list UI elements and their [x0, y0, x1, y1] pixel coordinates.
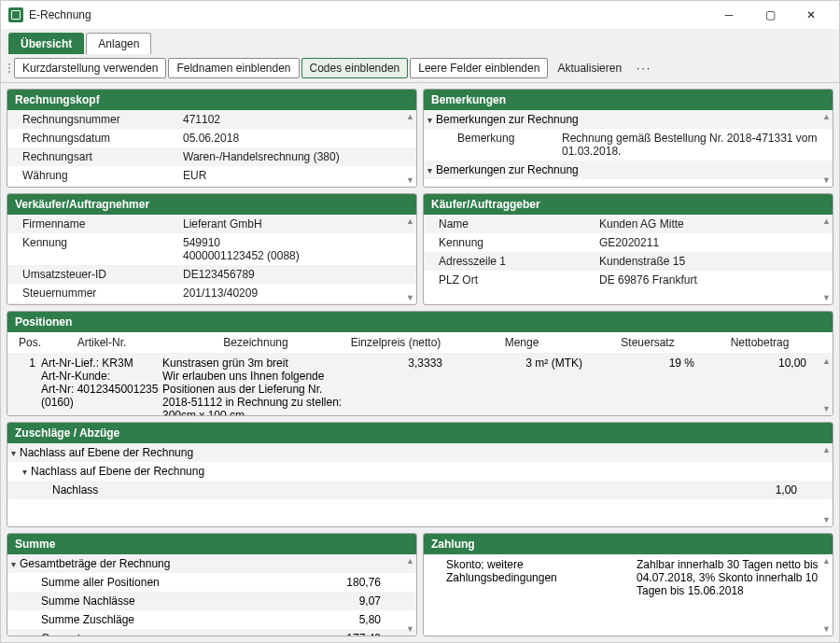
scroll-up-icon[interactable]: ▲: [822, 556, 831, 566]
label: Summe Zuschläge: [15, 613, 258, 626]
value: EUR: [183, 169, 409, 182]
scroll-up-icon[interactable]: ▲: [822, 356, 831, 366]
toolbar-grip-icon: [8, 63, 10, 73]
panel-header: Rechnungskopf: [7, 90, 416, 110]
value: 5,80: [258, 613, 409, 626]
scroll-up-icon[interactable]: ▲: [822, 112, 831, 121]
tab-overview[interactable]: Übersicht: [8, 33, 84, 54]
label: Summe aller Positionen: [15, 576, 258, 589]
tab-attachments[interactable]: Anlagen: [86, 33, 151, 54]
label: Kennung: [431, 236, 599, 249]
tool-show-codes[interactable]: Codes einblenden: [301, 58, 409, 78]
value: 177,49: [258, 632, 409, 636]
label: Kennung: [15, 236, 183, 262]
value: 471102: [183, 113, 409, 126]
group-label: Nachlass auf Ebene der Rechnung: [20, 446, 193, 459]
label: Nachlass: [15, 483, 258, 496]
close-button[interactable]: ✕: [791, 2, 832, 28]
label: Adresszeile 1: [431, 255, 599, 268]
label: Gesamtsumme: [15, 632, 258, 636]
chevron-down-icon: ▾: [11, 448, 16, 458]
toolbar-overflow-icon[interactable]: ···: [631, 62, 657, 75]
scroll-down-icon[interactable]: ▼: [822, 515, 831, 524]
label: Umsatzsteuer-ID: [15, 268, 183, 281]
panel-zuschlaege: Zuschläge / Abzüge ▾Nachlass auf Ebene d…: [7, 422, 833, 527]
positions-header: Pos. Artikel-Nr. Bezeichnung Einzelpreis…: [7, 332, 833, 353]
tool-show-empty[interactable]: Leere Felder einblenden: [410, 58, 548, 78]
window-titlebar: E-Rechnung ─ ▢ ✕: [1, 1, 839, 29]
col-steuersatz: Steuersatz: [601, 336, 713, 349]
scroll-down-icon[interactable]: ▼: [822, 404, 831, 413]
value: GE2020211: [599, 236, 825, 249]
label: Summe Nachlässe: [15, 594, 258, 608]
scroll-down-icon[interactable]: ▼: [822, 624, 831, 634]
label: Firmenname: [15, 217, 183, 231]
value: Waren-/Handelsrechnung (380): [183, 150, 409, 163]
tool-refresh[interactable]: Aktualisieren: [550, 59, 629, 77]
label: Bemerkung: [431, 132, 562, 158]
panel-zahlung: Zahlung Skonto; weitere Zahlungsbedingun…: [423, 533, 833, 636]
cell-bezeichnung: Kunstrasen grün 3m breit Wir erlauben un…: [162, 356, 349, 415]
group-bemerkungen[interactable]: ▾Bemerkungen zur Rechnung: [424, 110, 833, 129]
cell-pos: 1: [15, 356, 41, 370]
value: DE 69876 Frankfurt: [599, 273, 825, 287]
panel-positionen: Positionen Pos. Artikel-Nr. Bezeichnung …: [7, 311, 833, 416]
scroll-down-icon[interactable]: ▼: [822, 293, 831, 302]
scroll-down-icon[interactable]: ▼: [822, 175, 831, 185]
label: PLZ Ort: [431, 273, 599, 287]
col-artikel: Artikel-Nr.: [41, 336, 162, 349]
col-nettobetrag: Nettobetrag: [713, 336, 825, 349]
subgroup-nachlass[interactable]: ▾Nachlass auf Ebene der Rechnung: [7, 462, 833, 481]
panel-header: Verkäufer/Auftragnehmer: [7, 194, 416, 215]
cell-steuersatz: 19 %: [601, 356, 713, 370]
group-nachlass[interactable]: ▾Nachlass auf Ebene der Rechnung: [7, 443, 833, 462]
position-row[interactable]: 1 Art-Nr-Lief.: KR3M Art-Nr-Kunde: Art-N…: [7, 353, 833, 415]
panel-header: Bemerkungen: [424, 90, 833, 110]
value: 180,76: [258, 576, 409, 589]
label: Steuernummer: [15, 287, 183, 300]
main-tabs: Übersicht Anlagen: [1, 29, 839, 54]
panel-bemerkungen: Bemerkungen ▾Bemerkungen zur Rechnung Be…: [423, 89, 833, 188]
tool-short-view[interactable]: Kurzdarstellung verwenden: [14, 58, 166, 78]
panel-header: Zuschläge / Abzüge: [7, 423, 833, 443]
group-label: Bemerkungen zur Rechnung: [436, 163, 579, 176]
panel-kaeufer: Käufer/Auftraggeber NameKunden AG Mitte …: [423, 193, 833, 305]
col-pos: Pos.: [15, 336, 41, 349]
group-label: Gesamtbeträge der Rechnung: [20, 557, 170, 570]
label: Rechnungsnummer: [15, 113, 183, 126]
value: DE123456789: [183, 268, 409, 281]
scroll-down-icon[interactable]: ▼: [406, 293, 414, 302]
scroll-up-icon[interactable]: ▲: [822, 217, 831, 226]
value: Kundenstraße 15: [599, 255, 825, 268]
scroll-down-icon[interactable]: ▼: [406, 175, 414, 185]
scroll-up-icon[interactable]: ▲: [406, 556, 414, 566]
chevron-down-icon: ▾: [11, 559, 16, 569]
col-menge: Menge: [461, 336, 601, 349]
group-label: Bemerkungen zur Rechnung: [436, 113, 579, 126]
scroll-up-icon[interactable]: ▲: [822, 445, 831, 454]
maximize-button[interactable]: ▢: [749, 2, 791, 28]
app-icon: [8, 7, 23, 22]
group-gesamtbetraege[interactable]: ▾Gesamtbeträge der Rechnung: [7, 554, 416, 573]
label: Name: [431, 217, 599, 231]
value: 1,00: [258, 483, 825, 496]
panel-header: Käufer/Auftraggeber: [424, 194, 833, 215]
group-label: Nachlass auf Ebene der Rechnung: [31, 465, 204, 478]
panel-header: Summe: [7, 534, 416, 554]
value: 201/113/40209: [183, 287, 409, 300]
col-bezeichnung: Bezeichnung: [162, 336, 349, 349]
cell-menge: 3 m² (MTK): [461, 356, 601, 370]
panel-summe: Summe ▾Gesamtbeträge der Rechnung Summe …: [7, 533, 417, 636]
minimize-button[interactable]: ─: [708, 2, 749, 28]
scroll-down-icon[interactable]: ▼: [406, 624, 414, 634]
scroll-up-icon[interactable]: ▲: [406, 217, 414, 226]
value: Zahlbar innerhalb 30 Tagen netto bis 04.…: [637, 558, 825, 597]
label: Rechnungsdatum: [15, 132, 183, 145]
window-title: E-Rechnung: [29, 8, 708, 21]
panel-rechnungskopf: Rechnungskopf Rechnungsnummer471102 Rech…: [7, 89, 417, 188]
group-bemerkungen-2[interactable]: ▾Bemerkungen zur Rechnung: [424, 161, 833, 179]
scroll-up-icon[interactable]: ▲: [406, 112, 414, 121]
tool-field-names[interactable]: Feldnamen einblenden: [168, 58, 299, 78]
panel-header: Positionen: [7, 312, 833, 332]
panel-header: Zahlung: [424, 534, 833, 554]
